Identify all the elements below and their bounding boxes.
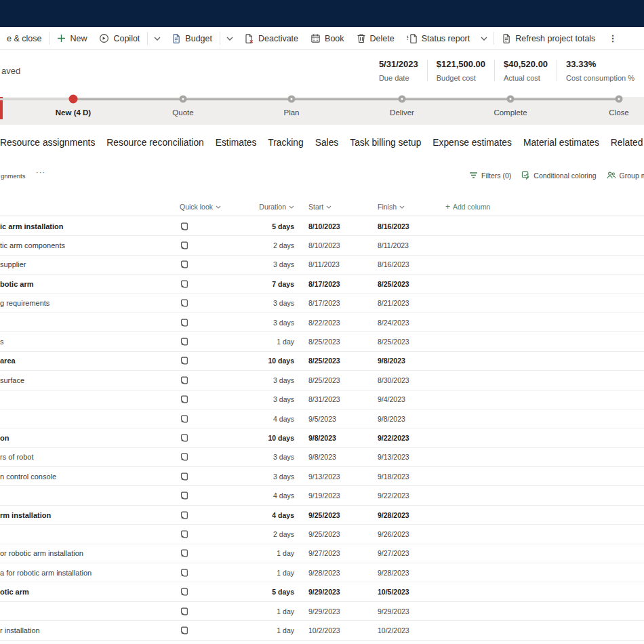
- group-members-button[interactable]: Group memb: [607, 171, 644, 180]
- process-line: [73, 98, 619, 100]
- chevron-3-split-button[interactable]: [476, 27, 492, 49]
- stage-dot[interactable]: [69, 95, 78, 104]
- quick-look-button[interactable]: [180, 357, 188, 365]
- stage-dot[interactable]: [616, 96, 623, 103]
- table-row[interactable]: supplier3 days8/11/20238/16/2023: [0, 256, 644, 275]
- copilot-button[interactable]: Copilot: [93, 27, 146, 49]
- tab-sales[interactable]: Sales: [315, 138, 339, 148]
- duration-cell: 3 days: [240, 376, 294, 384]
- table-row[interactable]: area10 days8/25/20239/8/2023: [0, 352, 644, 371]
- tab-related[interactable]: Related: [611, 138, 643, 148]
- chevron-1-split-button[interactable]: [149, 27, 165, 49]
- quick-look-button[interactable]: [180, 607, 188, 616]
- task-name-cell: rs of robot: [0, 453, 34, 461]
- quick-look-button[interactable]: [180, 549, 188, 558]
- column-duration[interactable]: Duration: [240, 203, 294, 211]
- quick-look-button[interactable]: [180, 433, 188, 442]
- table-row[interactable]: s1 day8/25/20238/25/2023: [0, 332, 644, 351]
- quick-look-button[interactable]: [180, 626, 188, 635]
- table-row[interactable]: 2 days9/25/20239/26/2023: [0, 525, 644, 544]
- table-row[interactable]: rm installation4 days9/25/20239/28/2023: [0, 506, 644, 525]
- table-row[interactable]: surface3 days8/25/20238/30/2023: [0, 371, 644, 390]
- budget-button[interactable]: Budget: [165, 27, 218, 49]
- duration-cell: 10 days: [240, 434, 294, 442]
- table-row[interactable]: 1 day9/29/20239/29/2023: [0, 602, 644, 621]
- table-row[interactable]: on10 days9/8/20239/22/2023: [0, 428, 644, 447]
- tab-tracking[interactable]: Tracking: [268, 138, 303, 148]
- trash-icon: [357, 33, 366, 43]
- tab-estimates[interactable]: Estimates: [216, 138, 257, 148]
- quick-look-button[interactable]: [180, 491, 188, 500]
- table-row[interactable]: botic arm7 days8/17/20238/25/2023: [0, 275, 644, 294]
- budget-label: Budget: [185, 34, 212, 43]
- refresh-totals-button[interactable]: Refresh project totals: [496, 27, 601, 49]
- stage-dot[interactable]: [288, 96, 296, 103]
- column-finish[interactable]: Finish: [378, 203, 405, 211]
- table-row[interactable]: n control console3 days9/13/20239/18/202…: [0, 467, 644, 486]
- quick-look-button[interactable]: [180, 222, 188, 230]
- stage-dot[interactable]: [507, 96, 515, 103]
- table-row[interactable]: 3 days8/31/20239/4/2023: [0, 390, 644, 409]
- coloring-icon: [521, 171, 530, 180]
- quick-look-button[interactable]: [180, 241, 188, 250]
- chevron-down-icon: [154, 37, 161, 41]
- save-close-label: e & close: [7, 34, 41, 43]
- quick-look-button[interactable]: [180, 395, 188, 404]
- column-quick-look[interactable]: Quick look: [180, 203, 221, 211]
- tab-resource-reconciliation[interactable]: Resource reconciliation: [106, 138, 203, 148]
- table-row[interactable]: 4 days9/5/20239/8/2023: [0, 409, 644, 428]
- conditional-coloring-button[interactable]: Conditional coloring: [521, 171, 596, 180]
- table-row[interactable]: ic arm installation5 days8/10/20238/16/2…: [0, 217, 644, 236]
- filters-button[interactable]: Filters (0): [469, 172, 511, 180]
- table-row[interactable]: 4 days9/19/20239/22/2023: [0, 486, 644, 505]
- table-row[interactable]: otic arm5 days9/29/202310/5/2023: [0, 582, 644, 601]
- duration-cell: 10 days: [240, 357, 294, 365]
- new-button[interactable]: New: [51, 27, 93, 49]
- stat-label: Due date: [379, 74, 418, 82]
- header-stat: $121,500.00Budget cost: [428, 59, 494, 82]
- chevron-2-split-button[interactable]: [222, 27, 238, 49]
- tab-task-billing-setup[interactable]: Task billing setup: [350, 138, 421, 148]
- stage-dot[interactable]: [399, 96, 406, 103]
- delete-button[interactable]: Delete: [350, 27, 401, 49]
- table-row[interactable]: a for robotic arm installation1 day9/28/…: [0, 563, 644, 582]
- tab-expense-estimates[interactable]: Expense estimates: [432, 138, 512, 148]
- tab-resource-assignments[interactable]: Resource assignments: [0, 138, 95, 148]
- quick-look-button[interactable]: [180, 299, 188, 308]
- quick-look-button[interactable]: [180, 510, 188, 519]
- copilot-label: Copilot: [113, 34, 140, 43]
- table-row[interactable]: g requirements3 days8/17/20238/21/2023: [0, 294, 644, 313]
- table-row[interactable]: rs of robot3 days9/8/20239/13/2023: [0, 448, 644, 467]
- quick-look-button[interactable]: [180, 318, 188, 327]
- table-row[interactable]: tic arm components2 days8/10/20238/11/20…: [0, 236, 644, 255]
- add-column-button[interactable]: + Add column: [445, 203, 490, 211]
- grid-overflow-button[interactable]: ···: [36, 168, 45, 176]
- status-report-label: Status report: [422, 34, 470, 43]
- quick-look-button[interactable]: [180, 414, 188, 423]
- table-row[interactable]: 3 days8/22/20238/24/2023: [0, 313, 644, 332]
- quick-look-button[interactable]: [180, 376, 188, 384]
- quick-look-button[interactable]: [180, 472, 188, 481]
- book-button[interactable]: Book: [304, 27, 350, 49]
- finish-date-cell: 9/8/2023: [378, 357, 405, 365]
- quick-look-button[interactable]: [180, 453, 188, 462]
- quick-look-button[interactable]: [180, 260, 188, 269]
- table-row[interactable]: or robotic arm installation1 day9/27/202…: [0, 544, 644, 563]
- column-start[interactable]: Start: [308, 203, 331, 211]
- table-row[interactable]: r installation1 day10/2/202310/2/2023: [0, 621, 644, 640]
- deactivate-button[interactable]: Deactivate: [238, 27, 304, 49]
- quick-look-button[interactable]: [180, 568, 188, 577]
- quick-look-button[interactable]: [180, 529, 188, 538]
- save-close-button[interactable]: e & close: [1, 27, 47, 49]
- stage-dot[interactable]: [180, 96, 187, 103]
- status-report-button[interactable]: Status report: [401, 27, 477, 49]
- more-commands-button[interactable]: ⋮: [601, 27, 624, 49]
- quick-look-button[interactable]: [180, 338, 188, 346]
- start-date-cell: 8/25/2023: [308, 338, 340, 346]
- stage-label: Complete: [494, 108, 527, 117]
- quick-look-button[interactable]: [180, 588, 188, 597]
- quick-look-button[interactable]: [180, 279, 188, 288]
- chevron-down-icon: [226, 37, 233, 41]
- tab-material-estimates[interactable]: Material estimates: [523, 138, 599, 148]
- task-name-cell: r installation: [0, 626, 40, 635]
